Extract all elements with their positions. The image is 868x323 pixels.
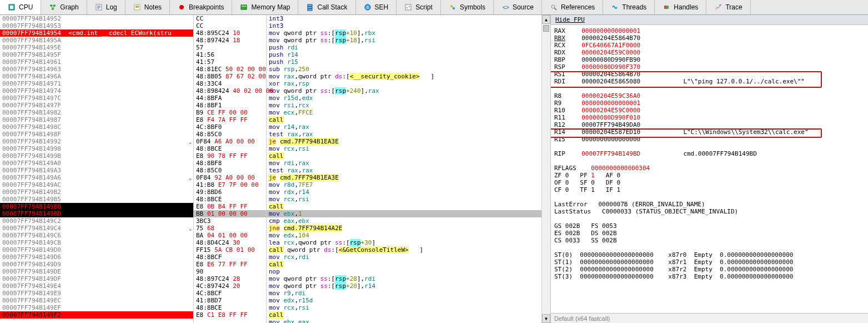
tab-trace[interactable]: Trace	[706, 0, 750, 14]
disasm-cell[interactable]: test rax,rax	[267, 167, 541, 174]
disasm-cell[interactable]: mov qword ptr ss:[rsp+28],rdi	[267, 275, 541, 282]
address-cell[interactable]: 00007FF794B14952	[0, 15, 193, 22]
address-cell[interactable]: 00007FF794B1495F	[0, 51, 193, 58]
address-cell[interactable]: 00007FF794B14992	[0, 138, 193, 145]
disasm-cell[interactable]: mov qword ptr ss:[rsp+18],rsi	[267, 37, 541, 44]
register-RBX[interactable]: RBX 00000204E5864B70	[554, 34, 865, 42]
bytes-cell[interactable]: 48:8D4C24 30	[194, 239, 266, 246]
bytes-cell[interactable]: B9 CE FF 00 00	[194, 109, 266, 116]
address-cell[interactable]: 00007FF794B149A0	[0, 160, 193, 167]
address-cell[interactable]: 00007FF794B1495E	[0, 44, 193, 51]
register-RIP[interactable]: RIP 00007FF794B149BD cmd.00007FF794B149B…	[554, 150, 865, 157]
bytes-cell[interactable]: 48:897C24 28	[194, 275, 266, 282]
tab-script[interactable]: Script	[397, 0, 441, 14]
scrollbar[interactable]: ▲ ▼	[541, 15, 550, 323]
address-cell[interactable]: 00007FF794B149C2	[0, 217, 193, 225]
bytes-cell[interactable]: FF15 5A CB 01 00	[194, 246, 266, 254]
fpu-ST(2)[interactable]: ST(2) 00000000000000000000 x87r2 Empty 0…	[554, 266, 865, 273]
register-R9[interactable]: R9 0000000000000001	[554, 100, 865, 107]
bytes-cell[interactable]: 4C:897424 20	[194, 282, 266, 290]
bytes-cell[interactable]: E8 E6 77 FF FF	[194, 261, 266, 268]
tab-source[interactable]: <>Source	[494, 0, 542, 14]
bytes-cell[interactable]: 41:B8 E7 7F 00 00	[194, 181, 266, 188]
tab-seh[interactable]: SSEH	[356, 0, 397, 14]
tab-breakpoints[interactable]: Breakpoints	[170, 0, 232, 14]
tab-notes[interactable]: Notes	[126, 0, 170, 14]
bytes-cell[interactable]: 3BC3	[194, 217, 266, 225]
register-R8[interactable]: R8 00000204E59C36A0	[554, 92, 865, 100]
address-cell[interactable]: 00007FF794B14953	[0, 22, 193, 29]
address-cell[interactable]	[0, 319, 193, 323]
bytes-cell[interactable]: 48:8BCF	[194, 254, 266, 261]
bytes-cell[interactable]: 49:8BD6	[194, 188, 266, 196]
fpu-ST(1)[interactable]: ST(1) 00000000000000000000 x87r1 Empty 0…	[554, 259, 865, 266]
bytes-cell[interactable]: 48:85C0	[194, 167, 266, 174]
register-R11[interactable]: R11 00000080D990F010	[554, 114, 865, 121]
bytes-cell[interactable]: 44:8BFA	[194, 95, 266, 102]
tab-handles[interactable]: Handles	[655, 0, 706, 14]
bytes-cell[interactable]: CC	[194, 22, 266, 29]
tab-symbols[interactable]: Symbols	[441, 0, 494, 14]
address-cell[interactable]: 00007FF794B14954 <cmd.int __cdecl ECWork…	[0, 29, 193, 37]
disasm-cell[interactable]: mov qword ptr ss:[rsp+20],r14	[267, 282, 541, 290]
bytes-cell[interactable]: 41:56	[194, 51, 266, 58]
disasm-cell[interactable]: mov ebx,eax	[267, 319, 541, 323]
tab-threads[interactable]: Threads	[603, 0, 655, 14]
address-cell[interactable]: 00007FF794B14974	[0, 87, 193, 95]
bytes-cell[interactable]: 48:8BCE	[194, 196, 266, 203]
address-cell[interactable]: 00007FF794B149D6	[0, 254, 193, 261]
disasm-cell[interactable]: mov edx,104	[267, 232, 541, 239]
fpu-ST(0)[interactable]: ST(0) 00000000000000000000 x87r0 Empty 0…	[554, 251, 865, 259]
bytes-cell[interactable]: 41:57	[194, 58, 266, 66]
disasm-cell[interactable]: call	[267, 311, 541, 319]
disasm-cell[interactable]: mov rsi,rcx	[267, 102, 541, 109]
disasm-cell[interactable]: je cmd.7FF794B1EA3E	[267, 174, 541, 181]
scroll-up-button[interactable]: ▲	[542, 15, 550, 24]
disasm-cell[interactable]: mov qword ptr ss:[rsp+10],rbx	[267, 29, 541, 37]
disasm-cell[interactable]: mov r14,rax	[267, 123, 541, 131]
register-R10[interactable]: R10 00000204E59C0000	[554, 107, 865, 114]
disasm-cell[interactable]: mov rcx,rdi	[267, 254, 541, 261]
last-LastError[interactable]: LastError 0000007B (ERROR_INVALID_NAME)	[554, 201, 865, 208]
address-cell[interactable]: 00007FF794B149E4	[0, 282, 193, 290]
disasm-cell[interactable]: mov qword ptr ss:[rsp+240],rax	[267, 87, 541, 95]
bytes-cell[interactable]: 48:33C4	[194, 80, 266, 87]
bytes-cell[interactable]: ⌄75 68	[194, 225, 266, 232]
disasm-cell[interactable]: mov rdi,rax	[267, 160, 541, 167]
address-cell[interactable]: 00007FF794B149EF	[0, 304, 193, 311]
disasm-cell[interactable]: mov rax,qword ptr ds:[<__security_cookie…	[267, 73, 541, 80]
register-RBP[interactable]: RBP 00000080D990FB90	[554, 56, 865, 63]
last-LastStatus[interactable]: LastStatus C0000033 (STATUS_OBJECT_NAME_…	[554, 208, 865, 215]
disasm-cell[interactable]: nop	[267, 268, 541, 275]
bytes-cell[interactable]: 48:85C0	[194, 131, 266, 138]
address-cell[interactable]: 00007FF794B14982	[0, 109, 193, 116]
bytes-cell[interactable]	[194, 319, 266, 323]
address-cell[interactable]: 00007FF794B1497F	[0, 102, 193, 109]
scroll-down-button[interactable]: ▼	[542, 314, 550, 323]
address-cell[interactable]: 00007FF794B149D9	[0, 261, 193, 268]
register-RSP[interactable]: RSP 00000080D990F370	[554, 63, 865, 71]
bytes-cell[interactable]: 57	[194, 44, 266, 51]
bytes-cell[interactable]: 41:8BD7	[194, 297, 266, 304]
disasm-cell[interactable]: call	[267, 116, 541, 123]
bytes-cell[interactable]: 48:8BCE	[194, 304, 266, 311]
disasm-cell[interactable]: sub rsp,250	[267, 66, 541, 73]
disasm-cell[interactable]: je cmd.7FF794B1EA3E	[267, 138, 541, 145]
disasm-cell[interactable]: mov ecx,FFCE	[267, 109, 541, 116]
disasm-cell[interactable]: mov edx,r15d	[267, 297, 541, 304]
disasm-cell[interactable]: mov ebx,1	[267, 210, 541, 217]
disasm-cell[interactable]: call	[267, 261, 541, 268]
bytes-cell[interactable]: 48:81EC 50 02 00 00	[194, 66, 266, 73]
address-cell[interactable]: 00007FF794B1495A	[0, 37, 193, 44]
address-cell[interactable]: 00007FF794B149F2	[0, 311, 193, 319]
bytes-cell[interactable]: BB 01 00 00 00	[194, 210, 266, 217]
tab-log[interactable]: Log	[87, 0, 126, 14]
address-cell[interactable]: 00007FF794B149E9	[0, 290, 193, 297]
disasm-cell[interactable]: lea rcx,qword ptr ss:[rsp+30]	[267, 239, 541, 246]
disasm-cell[interactable]: mov rcx,rsi	[267, 304, 541, 311]
disasm-cell[interactable]: mov r15d,edx	[267, 95, 541, 102]
bytes-cell[interactable]: 48:895C24 10	[194, 29, 266, 37]
disasm-cell[interactable]: test rax,rax	[267, 131, 541, 138]
disasm-cell[interactable]: push r14	[267, 51, 541, 58]
bytes-cell[interactable]: 48:8BF8	[194, 160, 266, 167]
